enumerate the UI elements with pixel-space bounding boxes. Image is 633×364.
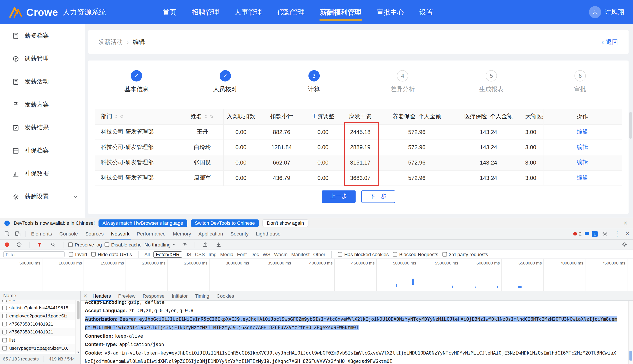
scrollbar-thumb[interactable] (77, 301, 80, 320)
filter-funnel-icon[interactable] (34, 240, 45, 250)
inspect-element-icon[interactable] (2, 229, 13, 238)
issues-icon[interactable] (583, 231, 590, 237)
sort-icon[interactable] (204, 114, 208, 119)
dont-show-again-button[interactable]: Don't show again (262, 219, 308, 227)
page-scrollbar-thumb[interactable] (629, 112, 632, 138)
error-indicator-icon[interactable] (573, 232, 577, 236)
edit-link[interactable]: 编辑 (577, 174, 588, 180)
checkbox-icon[interactable] (91, 252, 96, 256)
checkbox-icon[interactable] (69, 252, 73, 256)
devtools-tab-sources[interactable]: Sources (82, 228, 107, 239)
prev-step-button[interactable]: 上一步 (322, 190, 355, 203)
nav-item-5[interactable]: 审批中心 (377, 0, 404, 24)
filter-type-doc[interactable]: Doc (250, 252, 259, 257)
request-checkbox[interactable] (3, 330, 7, 334)
request-checkbox[interactable] (3, 306, 7, 310)
detail-tab-cookies[interactable]: Cookies (213, 291, 238, 301)
checkbox-icon[interactable] (105, 242, 109, 247)
filter-input[interactable] (3, 251, 65, 258)
back-button[interactable]: ‹ 返回 (601, 38, 618, 46)
devtools-tab-console[interactable]: Console (56, 228, 82, 239)
nav-item-6[interactable]: 设置 (420, 0, 433, 24)
filter-type-fetchxhr[interactable]: Fetch/XHR (153, 251, 182, 258)
filter-type-ws[interactable]: WS (262, 252, 270, 257)
third-party-requests-checkbox[interactable]: 3rd-party requests (442, 252, 488, 257)
network-conditions-icon[interactable] (179, 240, 190, 250)
detail-tab-headers[interactable]: Headers (89, 291, 115, 301)
network-overview-timeline[interactable]: 500000 ms1000000 ms1500000 ms2000000 ms2… (0, 259, 633, 291)
column-header-1[interactable]: 姓名 (182, 109, 223, 124)
request-checkbox[interactable] (3, 322, 7, 326)
step-4[interactable]: 4差异分析 (358, 70, 447, 93)
nav-item-4[interactable]: 薪酬福利管理 (320, 0, 361, 24)
detail-scrollbar[interactable] (628, 301, 633, 364)
filter-type-font[interactable]: Font (237, 252, 247, 257)
header-line[interactable]: Accept-Language:zh-CN,zh;q=0.9,en;q=0.8 (85, 306, 618, 315)
page-scrollbar[interactable] (629, 112, 632, 217)
detail-tab-response[interactable]: Response (139, 291, 168, 301)
request-checkbox[interactable] (3, 346, 7, 350)
step-6[interactable]: 6审批 (536, 70, 625, 93)
devtools-tab-performance[interactable]: Performance (133, 228, 169, 239)
request-row[interactable]: 47567358310481921 (0, 328, 75, 336)
header-line[interactable]: Connection:keep-alive (85, 332, 618, 340)
column-header-4[interactable]: 工资调整 (305, 109, 341, 124)
edit-link[interactable]: 编辑 (577, 144, 588, 150)
filter-type-wasm[interactable]: Wasm (274, 252, 287, 257)
sidebar-item-4[interactable]: 发薪结果 (0, 116, 85, 139)
checkbox-icon[interactable] (442, 252, 447, 256)
request-list-scrollbar[interactable]: ▼ (75, 300, 80, 354)
column-search-icon[interactable] (119, 114, 124, 119)
filter-type-js[interactable]: JS (186, 252, 191, 257)
sidebar-item-1[interactable]: 调薪管理 (0, 47, 85, 70)
preserve-log-checkbox[interactable]: Preserve log (68, 242, 102, 248)
column-header-8[interactable]: 大额医疗 (523, 109, 543, 124)
column-header-0[interactable]: 部门 (95, 109, 182, 124)
header-line[interactable]: Authorization:Bearer eyJhbGciOiJIUzI1NiI… (85, 315, 618, 332)
search-icon[interactable] (48, 240, 58, 250)
checkbox-icon[interactable] (338, 252, 342, 256)
scroll-down-arrow-icon[interactable]: ▼ (76, 351, 81, 354)
column-header-2[interactable]: 入离职扣款 (223, 109, 258, 124)
detail-tab-initiator[interactable]: Initiator (168, 291, 191, 301)
detail-tab-preview[interactable]: Preview (115, 291, 139, 301)
request-row[interactable]: 47567358310481921 (0, 320, 75, 328)
throttling-select[interactable]: No throttling (144, 242, 177, 248)
filter-type-other[interactable]: Other (313, 252, 325, 257)
nav-item-3[interactable]: 假勤管理 (277, 0, 305, 24)
record-icon[interactable] (5, 242, 9, 247)
header-line[interactable]: Cookie:v3-admin-vite-token-key=eyJhbGciO… (85, 349, 618, 364)
hide-data-urls-checkbox[interactable]: Hide data URLs (91, 252, 132, 257)
export-har-icon[interactable] (213, 240, 224, 250)
request-checkbox[interactable] (3, 338, 7, 342)
devtools-tab-security[interactable]: Security (227, 228, 252, 239)
filter-type-manifest[interactable]: Manifest (291, 252, 309, 257)
column-search-icon[interactable] (209, 114, 214, 119)
column-header-3[interactable]: 扣款小计 (258, 109, 305, 124)
import-har-icon[interactable] (200, 240, 211, 250)
column-header-5[interactable]: 应发工资 (341, 109, 380, 124)
banner-close-icon[interactable]: × (622, 220, 629, 226)
invert-checkbox[interactable]: Invert (69, 252, 87, 257)
step-2[interactable]: ✓人员核对 (181, 70, 269, 93)
request-row[interactable]: list (0, 336, 75, 344)
step-3[interactable]: 3计算 (269, 70, 358, 93)
filter-type-img[interactable]: Img (208, 252, 217, 257)
devtools-menu-icon[interactable]: ⋮ (612, 230, 622, 237)
scrollbar-thumb[interactable] (629, 351, 632, 360)
sidebar-item-7[interactable]: 薪酬设置 (0, 185, 85, 208)
user-area[interactable]: 许凤翔 (589, 6, 624, 18)
sidebar-item-3[interactable]: 发薪方案 (0, 93, 85, 116)
switch-chinese-button[interactable]: Switch DevTools to Chinese (191, 219, 259, 227)
step-1[interactable]: ✓基本信息 (92, 70, 181, 93)
breadcrumb-section[interactable]: 发薪活动 (99, 38, 123, 46)
column-header-9[interactable]: 操作 (543, 109, 622, 124)
has-blocked-cookies-checkbox[interactable]: Has blocked cookies (338, 252, 389, 257)
nav-item-0[interactable]: 首页 (163, 0, 176, 24)
sidebar-item-6[interactable]: 社保数据 (0, 162, 85, 185)
sidebar-item-2[interactable]: 发薪活动 (0, 70, 85, 93)
request-row[interactable]: employee?page=1&pageSiz (0, 312, 75, 320)
match-language-button[interactable]: Always match HwBrowser's language (99, 219, 187, 227)
devtools-tab-network[interactable]: Network (107, 228, 133, 239)
next-step-button[interactable]: 下一步 (361, 190, 395, 203)
